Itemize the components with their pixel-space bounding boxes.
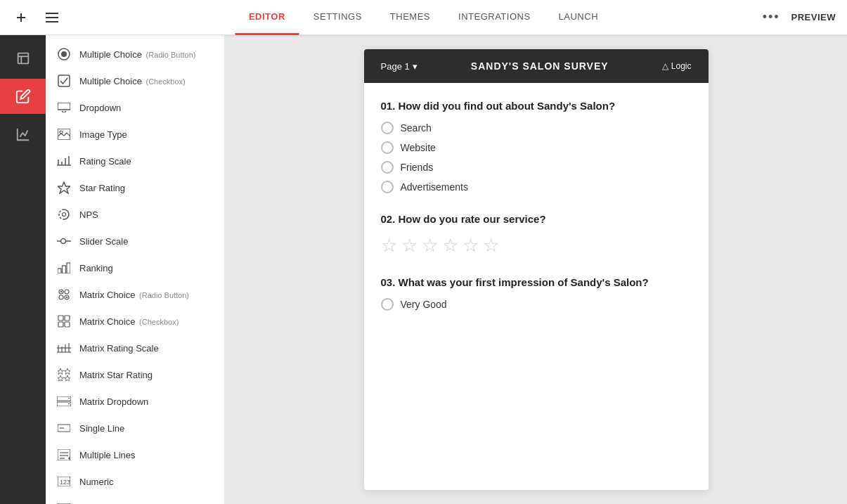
sidebar-item-rating-scale[interactable]: Rating Scale [46, 148, 224, 174]
sidebar-item-multiple-lines[interactable]: Multiple Lines [46, 441, 224, 468]
logic-button[interactable]: △ Logic [662, 61, 692, 71]
option-search-label: Search [401, 122, 432, 134]
sidebar-item-label: Image Type [79, 129, 213, 140]
sidebar-item-label: Ranking [79, 263, 213, 273]
sidebar-item-matrix-star-rating[interactable]: Matrix Star Rating [46, 361, 224, 388]
add-button[interactable] [11, 8, 31, 27]
dropdown-icon [57, 101, 71, 115]
survey-title: SANDY'S SALON SURVEY [471, 60, 609, 72]
tab-settings[interactable]: SETTINGS [299, 0, 376, 35]
option-search: Search [381, 122, 692, 134]
star-icon [57, 181, 71, 195]
star-1[interactable]: ☆ [381, 235, 397, 257]
matrix-star-icon [57, 368, 71, 382]
question-3-number: 03. [381, 276, 396, 288]
nav-tabs: EDITOR SETTINGS THEMES INTEGRATIONS LAUN… [235, 0, 612, 35]
rating-scale-icon [57, 154, 71, 168]
sidebar-item-dropdown[interactable]: Dropdown [46, 94, 224, 121]
sidebar-item-image-type[interactable]: Image Type [46, 121, 224, 148]
matrix-rating-scale-icon [57, 341, 71, 355]
option-advertisements: Advertisements [381, 181, 692, 193]
star-5[interactable]: ☆ [463, 235, 479, 257]
sidebar-item-label: Slider Scale [79, 236, 213, 247]
star-2[interactable]: ☆ [401, 235, 418, 257]
slider-icon [57, 234, 71, 248]
svg-point-27 [60, 291, 62, 292]
rail-item-home[interactable] [0, 41, 46, 76]
image-icon [57, 127, 71, 141]
sidebar-item-ranking[interactable]: Ranking [46, 254, 224, 281]
sidebar-item-label: Multiple Lines [79, 450, 213, 460]
sidebar-item-matrix-choice-checkbox[interactable]: Matrix Choice (Checkbox) [46, 308, 224, 335]
tab-themes[interactable]: THEMES [376, 0, 444, 35]
sidebar-item-label: Matrix Choice (Checkbox) [79, 316, 213, 327]
radio-search[interactable] [381, 122, 394, 134]
option-website: Website [381, 141, 692, 154]
star-4[interactable]: ☆ [442, 235, 458, 257]
sidebar-item-email[interactable]: Email [46, 495, 224, 504]
sidebar-item-label: NPS [79, 209, 213, 220]
content-area: Page 1 ▾ SANDY'S SALON SURVEY △ Logic 01… [225, 35, 847, 504]
svg-text:123: 123 [60, 479, 70, 486]
page-label: Page 1 [381, 61, 410, 72]
single-line-icon [57, 421, 71, 435]
svg-marker-45 [65, 375, 71, 381]
matrix-radio-icon [57, 287, 71, 302]
question-1-text: 01. How did you find out about Sandy's S… [381, 100, 692, 112]
svg-marker-43 [65, 368, 71, 375]
sidebar-item-label: Matrix Choice (Radio Button) [79, 290, 213, 300]
menu-button[interactable] [42, 8, 62, 27]
sidebar-item-matrix-dropdown[interactable]: Matrix Dropdown [46, 388, 224, 415]
sidebar-item-star-rating[interactable]: Star Rating [46, 174, 224, 201]
rail-item-analytics[interactable] [0, 117, 46, 152]
svg-marker-44 [58, 375, 64, 381]
radio-advertisements[interactable] [381, 181, 394, 193]
icon-rail [0, 35, 46, 504]
more-options-button[interactable]: ••• [763, 10, 780, 25]
survey-header: Page 1 ▾ SANDY'S SALON SURVEY △ Logic [364, 49, 709, 83]
matrix-dropdown-icon [57, 394, 71, 408]
multiple-lines-icon [57, 448, 71, 462]
sidebar: Multiple Choice (Radio Button) Multiple … [46, 35, 225, 504]
svg-point-31 [66, 297, 67, 298]
radio-website[interactable] [381, 141, 394, 154]
svg-rect-33 [65, 316, 70, 321]
svg-point-9 [61, 51, 67, 57]
survey-card: Page 1 ▾ SANDY'S SALON SURVEY △ Logic 01… [364, 49, 709, 490]
sidebar-item-label: Dropdown [79, 103, 213, 113]
nav-left-actions [11, 8, 62, 27]
numeric-icon: 123 [57, 474, 71, 489]
page-selector[interactable]: Page 1 ▾ [381, 61, 418, 72]
svg-rect-32 [58, 316, 63, 321]
svg-rect-10 [58, 75, 70, 86]
tab-editor[interactable]: EDITOR [235, 0, 299, 35]
nps-icon [57, 207, 71, 221]
nav-right-actions: ••• PREVIEW [763, 10, 836, 25]
svg-rect-24 [63, 266, 66, 273]
logic-triangle-icon: △ [662, 61, 668, 71]
question-2: 02. How do you rate our service? ☆ ☆ ☆ ☆… [381, 213, 692, 257]
radio-friends[interactable] [381, 161, 394, 174]
radio-button-icon [57, 47, 71, 61]
svg-marker-19 [58, 182, 70, 193]
question-3-text: 03. What was your first impression of Sa… [381, 276, 692, 288]
tab-launch[interactable]: LAUNCH [545, 0, 612, 35]
sidebar-item-label: Single Line [79, 423, 213, 434]
preview-button[interactable]: PREVIEW [791, 12, 836, 22]
option-friends-label: Friends [401, 162, 434, 173]
checkbox-icon [57, 74, 71, 88]
sidebar-item-multiple-choice-radio[interactable]: Multiple Choice (Radio Button) [46, 41, 224, 67]
sidebar-item-matrix-choice-radio[interactable]: Matrix Choice (Radio Button) [46, 281, 224, 308]
rail-item-edit[interactable] [0, 79, 46, 114]
sidebar-item-single-line[interactable]: Single Line [46, 415, 224, 441]
sidebar-item-multiple-choice-checkbox[interactable]: Multiple Choice (Checkbox) [46, 67, 224, 94]
star-6[interactable]: ☆ [483, 235, 499, 257]
sidebar-item-nps[interactable]: NPS [46, 201, 224, 228]
sidebar-item-matrix-rating-scale[interactable]: Matrix Rating Scale [46, 335, 224, 361]
sidebar-item-label: Multiple Choice (Checkbox) [79, 76, 213, 86]
star-3[interactable]: ☆ [422, 235, 438, 257]
sidebar-item-numeric[interactable]: 123 Numeric [46, 468, 224, 495]
tab-integrations[interactable]: INTEGRATIONS [444, 0, 545, 35]
radio-very-good[interactable] [381, 298, 394, 311]
sidebar-item-slider-scale[interactable]: Slider Scale [46, 228, 224, 254]
